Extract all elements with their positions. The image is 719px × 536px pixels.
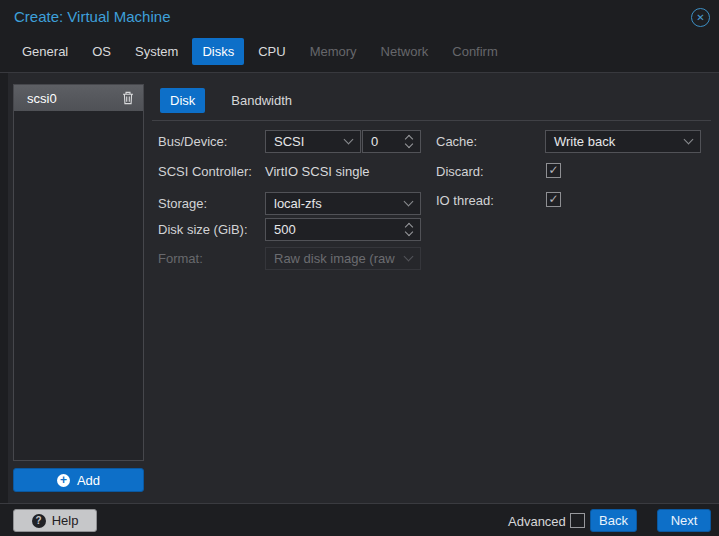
footer-divider (0, 503, 719, 504)
spinner-arrows-icon[interactable] (406, 136, 412, 147)
wizard-tabbar: General OS System Disks CPU Memory Netwo… (12, 38, 508, 65)
tab-disk[interactable]: Disk (160, 88, 205, 113)
disk-size-label: Disk size (GiB): (158, 222, 248, 237)
storage-value: local-zfs (274, 196, 322, 211)
bus-device-label: Bus/Device: (158, 134, 227, 149)
help-button-label: Help (52, 513, 79, 528)
format-value: Raw disk image (raw (274, 251, 395, 266)
tab-general[interactable]: General (12, 38, 78, 65)
disk-list: scsi0 (13, 84, 144, 461)
discard-checkbox[interactable] (546, 163, 561, 178)
storage-label: Storage: (158, 196, 207, 211)
bus-device-number-stepper[interactable]: 0 (362, 130, 421, 153)
spinner-arrows-icon[interactable] (406, 224, 412, 235)
bus-device-number-value: 0 (371, 134, 378, 149)
add-button-label: Add (77, 473, 100, 488)
io-thread-label: IO thread: (436, 193, 494, 208)
chevron-down-icon (404, 252, 414, 262)
disk-tab-divider (152, 120, 711, 121)
storage-select[interactable]: local-zfs (265, 192, 421, 215)
format-select: Raw disk image (raw (265, 247, 421, 270)
tab-bandwidth[interactable]: Bandwidth (221, 88, 302, 113)
back-button[interactable]: Back (590, 509, 637, 532)
tab-os[interactable]: OS (82, 38, 121, 65)
scsi-controller-value: VirtIO SCSI single (265, 164, 370, 179)
trash-icon[interactable] (122, 91, 134, 105)
disk-size-stepper[interactable]: 500 (265, 218, 421, 241)
tab-disks[interactable]: Disks (192, 38, 244, 65)
cache-value: Write back (554, 134, 615, 149)
io-thread-checkbox[interactable] (546, 192, 561, 207)
help-button[interactable]: ? Help (13, 509, 97, 532)
scsi-controller-label: SCSI Controller: (158, 164, 252, 179)
cache-select[interactable]: Write back (545, 130, 701, 153)
tab-network: Network (371, 38, 439, 65)
tab-memory: Memory (300, 38, 367, 65)
plus-circle-icon: + (57, 474, 70, 487)
add-disk-button[interactable]: + Add (13, 468, 144, 492)
disk-tabbar: Disk Bandwidth (160, 88, 302, 113)
tab-cpu[interactable]: CPU (248, 38, 295, 65)
tab-system[interactable]: System (125, 38, 188, 65)
advanced-label: Advanced (508, 514, 566, 529)
next-button[interactable]: Next (657, 509, 711, 532)
disk-size-value: 500 (274, 222, 296, 237)
bus-device-select[interactable]: SCSI (265, 130, 361, 153)
disk-item-label: scsi0 (27, 91, 57, 106)
question-circle-icon: ? (32, 514, 46, 528)
format-label: Format: (158, 251, 203, 266)
tab-confirm: Confirm (442, 38, 508, 65)
chevron-down-icon (344, 135, 354, 145)
close-icon[interactable]: ✕ (691, 8, 710, 27)
disk-list-item-scsi0[interactable]: scsi0 (14, 85, 143, 111)
bus-device-value: SCSI (274, 134, 304, 149)
chevron-down-icon (404, 197, 414, 207)
chevron-down-icon (684, 135, 694, 145)
create-vm-dialog: Create: Virtual Machine ✕ General OS Sys… (0, 0, 719, 536)
page-title: Create: Virtual Machine (14, 8, 170, 25)
cache-label: Cache: (436, 134, 477, 149)
discard-label: Discard: (436, 164, 484, 179)
advanced-checkbox[interactable] (570, 513, 585, 528)
